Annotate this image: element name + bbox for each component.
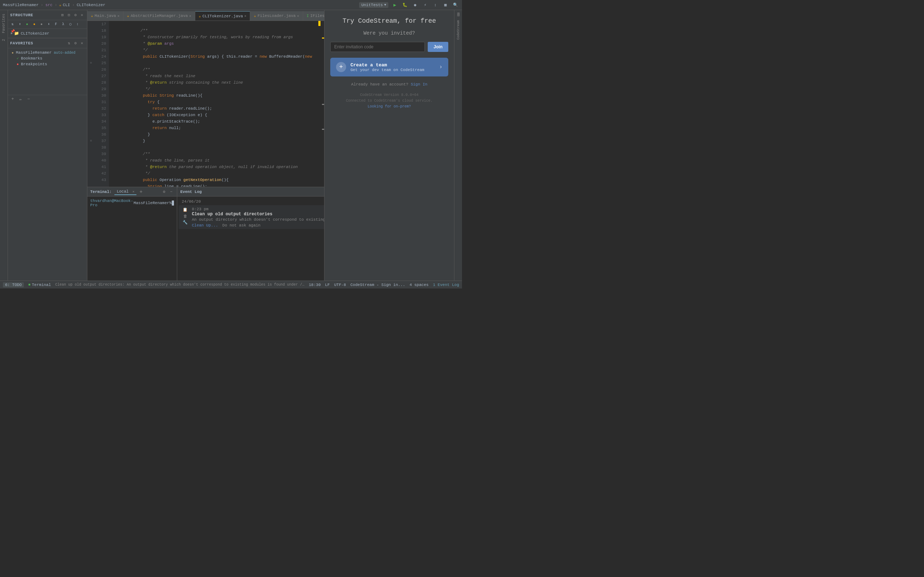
line-number: 42 <box>95 170 109 177</box>
fields-icon[interactable]: F <box>53 21 59 27</box>
create-team-button[interactable]: + Create a team Get your dev team on Cod… <box>330 58 448 76</box>
visibility-icon[interactable]: ● <box>24 21 30 27</box>
line-number: 21 <box>95 47 109 53</box>
profile-button[interactable]: ⚡ <box>422 2 429 9</box>
terminal-minimize-icon[interactable]: − <box>168 189 174 195</box>
folder-icon: 📁 <box>14 31 19 36</box>
sort-alpha-icon[interactable]: ⇅ <box>10 21 16 27</box>
join-button[interactable]: Join <box>428 42 448 52</box>
database-button[interactable]: ▦ <box>442 2 449 9</box>
tab-files-loader[interactable]: ☕ FilesLoader.java ✕ <box>250 11 303 21</box>
anon-icon[interactable]: ◯ <box>67 21 74 27</box>
tab-close-afm[interactable]: ✕ <box>189 14 191 18</box>
fav-remove-button[interactable]: − <box>25 96 32 102</box>
terminal-status[interactable]: ■ Terminal <box>28 283 51 287</box>
search-everywhere-button[interactable]: 🔍 <box>452 2 459 9</box>
tab-close-cli[interactable]: ✕ <box>244 14 246 18</box>
create-team-sub: Get your dev team on CodeStream <box>351 68 435 72</box>
event-delete-icon[interactable]: 🗑 <box>183 214 187 219</box>
vtab-2[interactable]: 2 <box>1 36 7 44</box>
vtab-favorites[interactable]: Favorites <box>1 11 7 36</box>
codestream-side-label[interactable]: CodeStream <box>457 20 460 40</box>
line-number: 27 <box>95 73 109 79</box>
src-folder[interactable]: src <box>45 3 53 7</box>
vcs-button[interactable]: ↕ <box>432 2 439 9</box>
event-log-header: Event Log ⚙ − <box>177 187 324 197</box>
event-log-icons: 📋 🗑 🔧 <box>181 206 189 227</box>
structure-collapse-icon[interactable]: ⊟ <box>66 12 72 18</box>
favorites-close-icon[interactable]: ✕ <box>79 40 85 46</box>
line-number: 43 <box>95 177 109 183</box>
fav-item-breakpoints[interactable]: ● Breakpoints <box>10 61 86 67</box>
structure-close-icon[interactable]: ✕ <box>79 12 85 18</box>
bookmark-marker <box>318 21 320 26</box>
favorites-content: ★ MassFileRenamer auto-added ✓ Bookmarks… <box>8 48 87 95</box>
structure-expand-icon[interactable]: ⊞ <box>60 12 65 18</box>
sign-in-link[interactable]: Sign In <box>411 82 427 87</box>
line-number: 35 <box>95 125 109 131</box>
run-button[interactable]: ▶ <box>391 2 399 9</box>
on-prem-link[interactable]: Looking for on-prem? <box>367 105 411 108</box>
event-wrench-icon[interactable]: 🔧 <box>183 220 188 225</box>
tab-close-fl[interactable]: ✕ <box>297 14 299 18</box>
cleanup-link[interactable]: Clean Up... <box>192 223 218 227</box>
terminal-path: MassFileRenamer <box>134 201 169 205</box>
event-log-entry-inner: 📋 🗑 🔧 8:23 pm Clean up old output direct… <box>179 205 324 229</box>
brand-name[interactable]: MassFileRenamer <box>3 3 39 7</box>
codestream-invite-section: Join <box>330 42 448 52</box>
do-not-ask-link[interactable]: Do not ask again <box>222 223 261 227</box>
lambdas-icon[interactable]: λ <box>60 21 66 27</box>
run-configuration[interactable]: UnitTests ▼ <box>359 2 388 8</box>
tree-item-root[interactable]: ▶ 📁 CLITokenizer <box>10 30 86 36</box>
terminal-add-tab-button[interactable]: + <box>139 189 142 195</box>
tab-close-main[interactable]: ✕ <box>117 14 119 18</box>
breadcrumb-class[interactable]: CLITokenizer <box>77 3 105 7</box>
editor-area: ≡ ≡ <box>87 21 324 187</box>
codestream-invite-row: Join <box>330 42 448 52</box>
tab-ifilesl[interactable]: I IFilesL... ▾ <box>303 11 324 21</box>
favorites-panel-header: Favorites ⇅ ⚙ ✕ <box>8 38 87 48</box>
scroll-icon[interactable]: ↕ <box>74 21 81 27</box>
protected-icon[interactable]: ● <box>31 21 37 27</box>
encoding-status[interactable]: UTF-8 <box>334 283 346 287</box>
database-side-icon[interactable]: 🗄 <box>455 11 462 18</box>
fav-edit-button[interactable]: ✏ <box>17 96 24 102</box>
line-feed-status[interactable]: LF <box>325 283 330 287</box>
tab-cli-tokenizer[interactable]: ☕ CLITokenizer.java ✕ <box>195 11 250 21</box>
codestream-signin: Already have an account? Sign In <box>351 82 427 87</box>
editor-tabs: ☕ Main.java ✕ ☕ AbstractFileManager.java… <box>87 10 324 21</box>
structure-settings-icon[interactable]: ⚙ <box>73 12 78 18</box>
create-team-title: Create a team <box>351 62 435 68</box>
fav-add-button[interactable]: + <box>10 96 16 102</box>
line-number: 26 <box>95 66 109 73</box>
debug-button[interactable]: 🐛 <box>401 2 409 9</box>
terminal-title: Terminal: <box>90 190 111 194</box>
sort-type-icon[interactable]: ⬆ <box>16 21 23 27</box>
todo-status[interactable]: 6: TODO <box>3 282 24 287</box>
terminal-settings-icon[interactable]: ⚙ <box>161 189 167 195</box>
fav-item-bookmarks[interactable]: ✓ Bookmarks <box>10 56 86 61</box>
event-log-panel: Event Log ⚙ − 24/06/20 📋 <box>177 187 324 280</box>
coverage-button[interactable]: ◉ <box>412 2 419 9</box>
structure-toolbar: ⇅ ⬆ ● ● ● ⬇ F λ ◯ ↕ 📌 <box>8 20 87 29</box>
line-numbers: 17 18 19 20 21 24 25 26 27 28 29 30 31 3… <box>95 21 109 187</box>
tab-abstract-fm[interactable]: ☕ AbstractFileManager.java ✕ <box>123 11 195 21</box>
checkmark-icon: ✓ <box>16 56 19 61</box>
line-col-status[interactable]: 18:30 <box>309 283 321 287</box>
terminal-tab-close[interactable]: ✕ <box>132 190 134 193</box>
codestream-status[interactable]: CodeStream - Sign in... <box>351 283 405 287</box>
favorites-settings-icon[interactable]: ⚙ <box>73 40 78 46</box>
tab-main-java[interactable]: ☕ Main.java ✕ <box>87 11 123 21</box>
fav-item-project[interactable]: ★ MassFileRenamer auto-added <box>10 50 86 56</box>
invite-code-input[interactable] <box>330 42 425 52</box>
terminal-content[interactable]: thvardhan@MacBook-Pro MassFileRenamer % <box>87 197 177 280</box>
indent-status[interactable]: 4 spaces <box>410 283 429 287</box>
show-inherited-icon[interactable]: ⬇ <box>45 21 52 27</box>
event-log-status[interactable]: 1 Event Log <box>433 283 459 287</box>
breadcrumb-file[interactable]: CLI <box>63 3 70 7</box>
terminal-tab-local[interactable]: Local ✕ <box>115 189 136 195</box>
favorites-sort-icon[interactable]: ⇅ <box>66 40 72 46</box>
private-icon[interactable]: ● <box>38 21 45 27</box>
scroll-gutter[interactable] <box>320 21 324 187</box>
code-editor[interactable]: /** * Constructor primarily for testing,… <box>109 21 320 187</box>
